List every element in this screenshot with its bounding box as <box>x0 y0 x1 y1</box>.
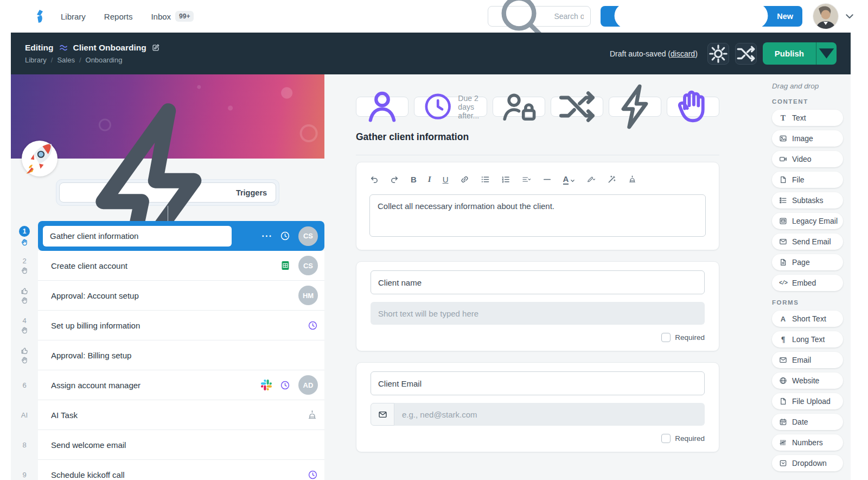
task-row-body: Assign account managerAD <box>38 370 324 400</box>
permissions-button[interactable] <box>493 97 545 117</box>
person-icon <box>362 86 403 127</box>
widget-pill-subtasks[interactable]: Subtasks <box>772 192 843 209</box>
breadcrumb-separator: / <box>51 56 53 64</box>
widget-pill-video[interactable]: Video <box>772 151 843 167</box>
triggers-label: Triggers <box>236 188 267 197</box>
sheets-icon <box>280 261 290 270</box>
automations-shuffle-button[interactable] <box>735 43 757 65</box>
top-nav: Library Reports Inbox 99+ New <box>0 0 868 33</box>
nav-inbox[interactable]: Inbox 99+ <box>151 11 194 22</box>
widget-pill-file[interactable]: File <box>772 172 843 188</box>
widget-pill-label: Page <box>792 258 810 267</box>
widget-pill-long-text[interactable]: ¶Long Text <box>772 331 843 348</box>
magic-wand-icon[interactable] <box>607 175 616 184</box>
task-row-body: Approval: Billing setup <box>38 340 324 370</box>
ordered-list-icon[interactable] <box>501 175 510 184</box>
field-placeholder-preview: Short text will be typed here <box>371 302 705 325</box>
editing-mode-label: Editing <box>25 43 54 53</box>
align-left-icon[interactable] <box>522 175 531 184</box>
task-row[interactable]: 2Create client accountCS <box>11 251 324 281</box>
undo-icon[interactable] <box>369 175 379 184</box>
search-input[interactable] <box>554 12 584 21</box>
dynamic-due-button[interactable] <box>609 97 661 117</box>
new-button[interactable]: New <box>601 6 802 27</box>
widget-pill-image[interactable]: Image <box>772 130 843 147</box>
task-number: 6 <box>22 381 26 389</box>
widget-pill-email[interactable]: Email <box>772 352 843 368</box>
nav-reports[interactable]: Reports <box>104 12 133 21</box>
widget-pill-file-upload[interactable]: File Upload <box>772 393 843 409</box>
settings-gear-button[interactable] <box>707 43 729 65</box>
task-row[interactable]: 6Assign account managerAD <box>11 370 324 400</box>
task-title-input[interactable]: Gather client information <box>43 226 232 247</box>
global-search[interactable] <box>488 6 591 27</box>
assignee-avatar: HM <box>298 286 318 305</box>
overflow-menu-icon[interactable] <box>261 235 272 238</box>
task-row[interactable]: 9Schedule kickoff call <box>11 460 324 480</box>
widget-pill-dropdown[interactable]: Dropdown <box>772 455 843 471</box>
horizontal-rule-icon[interactable] <box>542 175 552 184</box>
user-avatar[interactable] <box>813 4 838 29</box>
highlight-icon[interactable] <box>586 175 596 184</box>
required-checkbox[interactable] <box>661 333 671 342</box>
bold-icon[interactable]: B <box>411 175 417 184</box>
drag-and-drop-hint: Drag and drop <box>772 82 851 90</box>
redo-icon[interactable] <box>390 175 399 184</box>
automations-button[interactable] <box>551 97 603 117</box>
editor-bar: Editing Client Onboarding Library/Sales/… <box>11 33 851 74</box>
task-row[interactable]: 4Set up billing information <box>11 311 324 340</box>
widget-pill-website[interactable]: Website <box>772 372 843 389</box>
link-icon[interactable] <box>460 175 469 184</box>
workflow-title: Client Onboarding <box>73 43 146 53</box>
workflow-icon <box>59 43 68 53</box>
publish-button[interactable]: Publish <box>763 42 816 65</box>
account-menu-chevron-down-icon[interactable] <box>845 14 854 19</box>
task-meta-toolbar: Due 2 days after... <box>356 97 719 117</box>
app-logo-icon[interactable] <box>31 8 48 24</box>
rename-edit-icon[interactable] <box>151 43 160 52</box>
triggers-button[interactable]: Triggers <box>59 182 276 203</box>
editor-bar-left: Editing Client Onboarding Library/Sales/… <box>25 43 160 64</box>
slack-icon <box>261 380 272 390</box>
widget-pill-numbers[interactable]: Numbers <box>772 434 843 451</box>
widget-pill-embed[interactable]: </>Embed <box>772 275 843 291</box>
widget-pill-text[interactable]: TText <box>772 110 843 126</box>
breadcrumb-item[interactable]: Sales <box>57 56 75 64</box>
task-row[interactable]: AIAI Task <box>11 400 324 430</box>
breadcrumb-item[interactable]: Onboarding <box>86 56 123 64</box>
description-editor[interactable]: Collect all necessary information about … <box>369 194 706 237</box>
task-row-body: Set up billing information <box>38 311 324 340</box>
discard-link[interactable]: discard <box>671 49 695 58</box>
nav-library[interactable]: Library <box>61 12 86 21</box>
ai-robot-icon[interactable] <box>628 175 637 184</box>
short-text-icon: A <box>779 314 787 323</box>
field-label-input[interactable]: Client Email <box>371 371 705 395</box>
italic-icon[interactable]: I <box>428 175 431 184</box>
task-row[interactable]: 1Gather client informationCS <box>11 221 324 251</box>
assignee-avatar: CS <box>298 226 318 246</box>
underline-icon[interactable]: U <box>443 175 449 184</box>
task-gutter: 9 <box>11 460 38 480</box>
field-preview: e.g., ned@stark.com <box>371 403 705 426</box>
widget-pill-send-email[interactable]: Send Email <box>772 233 843 250</box>
assignee-button[interactable] <box>356 97 409 117</box>
breadcrumb-item[interactable]: Library <box>25 56 47 64</box>
task-indicators <box>308 470 318 480</box>
field-label-input[interactable]: Client name <box>371 270 705 294</box>
widget-pill-legacy-email[interactable]: Legacy Email <box>772 213 843 229</box>
stop-task-button[interactable] <box>667 97 719 117</box>
widget-pill-label: Date <box>792 418 808 426</box>
task-row[interactable]: 8Send welcome email <box>11 430 324 460</box>
text-color-icon[interactable]: A <box>563 174 576 185</box>
workflow-rocket-emoji-badge[interactable] <box>22 141 58 176</box>
publish-menu-chevron-down-icon[interactable] <box>816 42 837 65</box>
widget-pill-date[interactable]: Date <box>772 414 843 430</box>
task-row[interactable]: Approval: Billing setup <box>11 340 324 370</box>
due-date-button[interactable]: Due 2 days after... <box>414 97 487 117</box>
widget-pill-short-text[interactable]: AShort Text <box>772 311 843 327</box>
bullet-list-icon[interactable] <box>481 175 490 184</box>
widget-pill-page[interactable]: Page <box>772 254 843 270</box>
required-checkbox[interactable] <box>661 434 671 443</box>
task-row[interactable]: Approval: Account setupHM <box>11 281 324 311</box>
email-icon <box>779 356 787 364</box>
